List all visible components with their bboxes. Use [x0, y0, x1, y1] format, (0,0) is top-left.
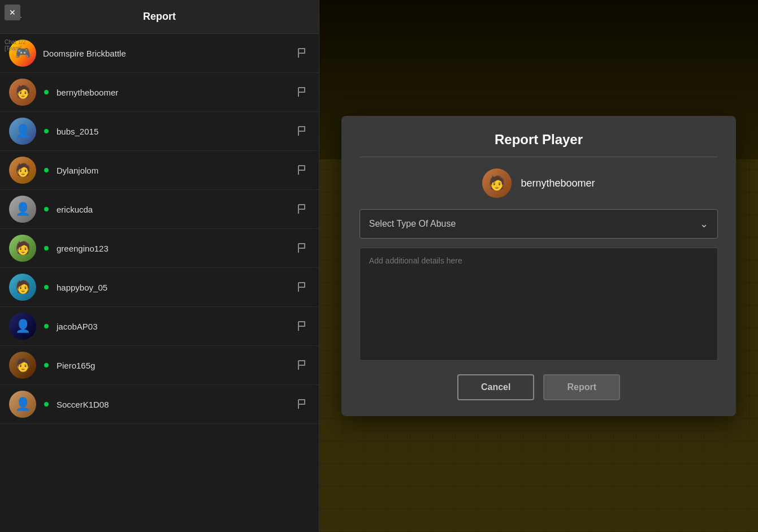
left-panel: ← Report 🎮 Doomspire Brickbattle 🧑 berny…: [0, 0, 319, 532]
online-indicator: [43, 323, 50, 330]
list-item[interactable]: 👤 jacobAP03: [0, 307, 319, 346]
report-flag-icon[interactable]: [294, 396, 310, 412]
close-icon: ✕: [9, 8, 16, 17]
avatar: 🧑: [9, 352, 36, 379]
online-indicator: [43, 245, 50, 252]
modal-overlay: Report Player 🧑 bernytheboomer Select Ty…: [319, 0, 758, 532]
report-flag-icon[interactable]: [294, 279, 310, 295]
chevron-down-icon: ⌄: [700, 218, 708, 230]
online-indicator: [43, 128, 50, 135]
report-flag-icon[interactable]: [294, 123, 310, 139]
online-indicator: [43, 284, 50, 291]
online-indicator: [43, 206, 50, 213]
list-item[interactable]: 🧑 happyboy_05: [0, 268, 319, 307]
report-button[interactable]: Report: [543, 374, 620, 400]
report-flag-icon[interactable]: [294, 240, 310, 256]
report-flag-icon[interactable]: [294, 318, 310, 334]
list-item[interactable]: 👤 SoccerK1D08: [0, 385, 319, 424]
avatar-face: 👤: [9, 118, 36, 145]
modal-title: Report Player: [359, 132, 718, 148]
panel-title: Report: [27, 11, 292, 23]
report-flag-icon[interactable]: [294, 201, 310, 217]
report-flag-icon[interactable]: [294, 162, 310, 178]
player-name: SoccerK1D08: [57, 400, 287, 409]
player-name: bubs_2015: [57, 127, 287, 136]
report-flag-icon[interactable]: [294, 84, 310, 100]
avatar-face: 👤: [9, 391, 36, 418]
player-name: bernytheboomer: [57, 88, 287, 97]
close-button[interactable]: ✕: [5, 5, 20, 20]
details-textarea[interactable]: [359, 248, 718, 361]
player-name: greengino123: [57, 244, 287, 253]
online-indicator: [43, 401, 50, 408]
avatar: 👤: [9, 196, 36, 223]
modal-divider: [359, 157, 718, 157]
report-flag-icon[interactable]: [294, 45, 310, 61]
player-list: 🎮 Doomspire Brickbattle 🧑 bernytheboomer: [0, 34, 319, 532]
avatar-face: 🧑: [9, 79, 36, 106]
list-item[interactable]: 🧑 bernytheboomer: [0, 73, 319, 112]
online-indicator: [43, 89, 50, 96]
avatar-face: 👤: [9, 196, 36, 223]
player-name: Piero165g: [57, 361, 287, 370]
avatar-face: 🧑: [9, 274, 36, 301]
chat-label: Chat 1/2 [Team]: [0, 37, 31, 54]
list-item[interactable]: 🎮 Doomspire Brickbattle: [0, 34, 319, 73]
modal-player-info: 🧑 bernytheboomer: [359, 168, 718, 198]
modal-buttons: Cancel Report: [359, 374, 718, 400]
list-item[interactable]: 👤 erickucda: [0, 190, 319, 229]
list-item[interactable]: 🧑 greengino123: [0, 229, 319, 268]
report-flag-icon[interactable]: [294, 357, 310, 373]
avatar-face: 🧑: [9, 352, 36, 379]
online-indicator: [43, 362, 50, 369]
avatar: 👤: [9, 313, 36, 340]
dropdown-label: Select Type Of Abuse: [369, 219, 456, 229]
player-name: happyboy_05: [57, 283, 287, 292]
avatar: 🧑: [9, 274, 36, 301]
avatar-face: 🧑: [9, 157, 36, 184]
list-item[interactable]: 🧑 Piero165g: [0, 346, 319, 385]
cancel-button[interactable]: Cancel: [457, 374, 534, 400]
reported-player-name: bernytheboomer: [521, 178, 595, 189]
player-name: Doomspire Brickbattle: [43, 49, 287, 58]
avatar: 🧑: [9, 79, 36, 106]
player-name: jacobAP03: [57, 322, 287, 331]
top-bar: ← Report: [0, 0, 319, 34]
avatar: 🧑: [9, 235, 36, 262]
abuse-type-dropdown[interactable]: Select Type Of Abuse ⌄: [359, 209, 718, 239]
avatar: 🧑: [9, 157, 36, 184]
avatar-face-icon: 🧑: [488, 175, 505, 191]
list-item[interactable]: 👤 bubs_2015: [0, 112, 319, 151]
list-item[interactable]: 🧑 Dylanjolom: [0, 151, 319, 190]
avatar-face: 🧑: [9, 235, 36, 262]
report-modal: Report Player 🧑 bernytheboomer Select Ty…: [341, 116, 736, 416]
reported-player-avatar: 🧑: [482, 168, 512, 198]
player-name: Dylanjolom: [57, 166, 287, 175]
avatar: 👤: [9, 118, 36, 145]
avatar: 👤: [9, 391, 36, 418]
avatar-face: 👤: [9, 313, 36, 340]
player-name: erickucda: [57, 205, 287, 214]
online-indicator: [43, 167, 50, 174]
